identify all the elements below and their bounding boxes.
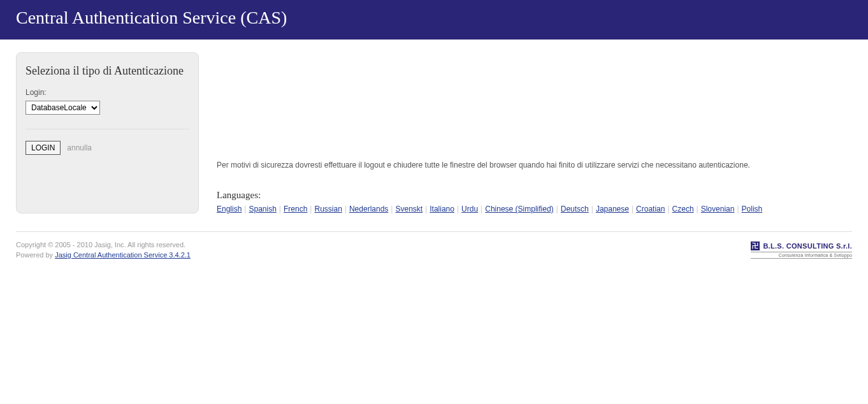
separator: | <box>632 205 633 213</box>
separator: | <box>481 205 482 213</box>
separator: | <box>391 205 393 213</box>
login-label: Login: <box>25 88 189 97</box>
logo-box: 卍 B.L.S. CONSULTING S.r.l. <box>751 242 852 250</box>
language-link[interactable]: Spanish <box>249 205 276 213</box>
language-link[interactable]: Svenskt <box>395 205 423 213</box>
separator: | <box>310 205 312 213</box>
language-link[interactable]: Italiano <box>430 205 454 213</box>
language-link[interactable]: Nederlands <box>349 205 388 213</box>
separator: | <box>244 205 246 213</box>
separator: | <box>556 205 558 213</box>
login-type-select[interactable]: DatabaseLocale <box>25 101 100 115</box>
logo-name: B.L.S. CONSULTING S.r.l. <box>763 242 852 250</box>
footer-logo: 卍 B.L.S. CONSULTING S.r.l. Consulenza In… <box>751 241 852 259</box>
separator: | <box>697 205 698 213</box>
language-link[interactable]: Slovenian <box>701 205 735 213</box>
language-link[interactable]: Russian <box>314 205 342 213</box>
separator: | <box>425 205 427 213</box>
separator: | <box>737 205 739 213</box>
powered-prefix: Powered by <box>16 251 55 259</box>
content-area: Seleziona il tipo di Autenticazione Logi… <box>0 40 868 213</box>
footer: Copyright © 2005 - 2010 Jasig, Inc. All … <box>16 231 852 261</box>
logo-icon: 卍 <box>751 242 760 250</box>
login-button[interactable]: LOGIN <box>25 141 61 155</box>
button-row: LOGIN annulla <box>25 141 189 155</box>
security-note: Per motivi di sicurezza dovresti effettu… <box>217 161 852 170</box>
powered-by: Powered by Jasig Central Authentication … <box>16 251 191 259</box>
cancel-link[interactable]: annulla <box>67 143 92 152</box>
login-heading: Seleziona il tipo di Autenticazione <box>25 64 189 78</box>
separator: | <box>345 205 347 213</box>
main-area: Per motivi di sicurezza dovresti effettu… <box>217 52 852 213</box>
footer-left: Copyright © 2005 - 2010 Jasig, Inc. All … <box>16 241 191 261</box>
separator: | <box>591 205 593 213</box>
separator: | <box>279 205 281 213</box>
languages-list: English|Spanish|French|Russian|Nederland… <box>217 205 852 213</box>
header: Central Authentication Service (CAS) <box>0 0 868 40</box>
language-link[interactable]: French <box>284 205 307 213</box>
logo-subtitle: Consulenza Informatica & Sviluppo <box>751 252 852 259</box>
login-panel: Seleziona il tipo di Autenticazione Logi… <box>16 52 199 213</box>
divider <box>25 129 189 129</box>
language-link[interactable]: Urdu <box>461 205 478 213</box>
language-link[interactable]: Croatian <box>636 205 665 213</box>
powered-link[interactable]: Jasig Central Authentication Service 3.4… <box>55 251 191 259</box>
language-link[interactable]: Czech <box>672 205 694 213</box>
copyright-text: Copyright © 2005 - 2010 Jasig, Inc. All … <box>16 241 191 249</box>
language-link[interactable]: English <box>217 205 242 213</box>
language-link[interactable]: Japanese <box>596 205 629 213</box>
page-title: Central Authentication Service (CAS) <box>16 8 852 28</box>
language-link[interactable]: Deutsch <box>561 205 589 213</box>
separator: | <box>457 205 459 213</box>
languages-heading: Languages: <box>217 190 852 201</box>
language-link[interactable]: Polish <box>742 205 763 213</box>
separator: | <box>667 205 669 213</box>
language-link[interactable]: Chinese (Simplified) <box>485 205 553 213</box>
